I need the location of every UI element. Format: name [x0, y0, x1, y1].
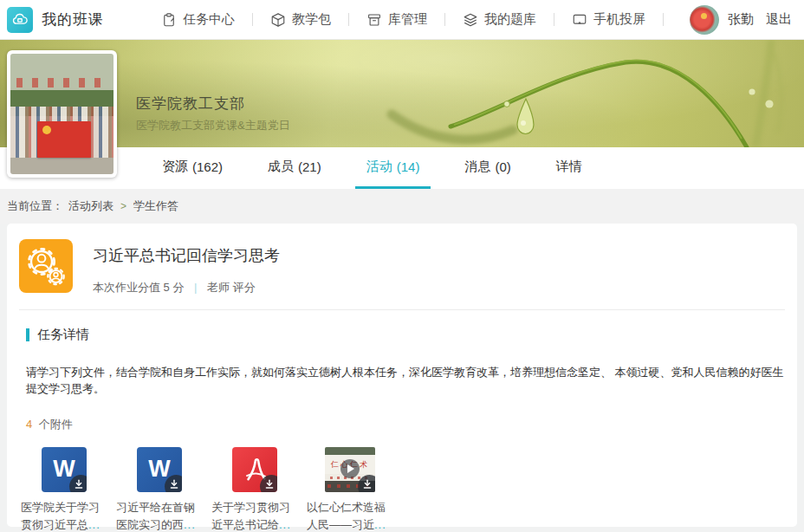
breadcrumb-separator: > — [120, 200, 126, 212]
pdf-file-icon[interactable] — [232, 447, 277, 492]
breadcrumb-prefix: 当前位置： — [7, 198, 63, 214]
assignment-score: 本次作业分值 5 分 — [93, 281, 184, 294]
assignment-meta: 本次作业分值 5 分 | 老师 评分 — [93, 280, 280, 295]
task-detail-section-header: 任务详情 — [19, 327, 785, 343]
attachment-name-line1: 医学院关于学习 — [21, 499, 109, 516]
assignment-title: 习近平总书记回信学习思考 — [93, 245, 280, 266]
attachment-video[interactable]: 仁心仁术 以仁心仁术造福 人民——习近... — [305, 447, 395, 532]
tab-resources[interactable]: 资源 (162) — [151, 147, 234, 189]
nav-teaching-package[interactable]: 教学包 — [267, 11, 334, 28]
user-name: 张勤 — [728, 11, 754, 28]
download-icon[interactable] — [358, 475, 375, 492]
attachment-count: 4 个附件 — [26, 417, 785, 432]
word-file-icon[interactable]: W — [137, 447, 182, 492]
photo-red-banner-text — [16, 78, 107, 88]
attachment-word-2[interactable]: W 习近平给在首钢 医院实习的西... — [114, 447, 204, 532]
nav-separator — [444, 13, 445, 26]
tab-members[interactable]: 成员 (21) — [256, 147, 333, 189]
tab-label: 详情 — [556, 159, 582, 175]
nav-label: 任务中心 — [183, 11, 235, 28]
attachment-word-1[interactable]: W 医学院关于学习 贯彻习近平总... — [19, 447, 109, 532]
nav-task-center[interactable]: 任务中心 — [158, 11, 238, 28]
activity-detail-panel: 习近平总书记回信学习思考 本次作业分值 5 分 | 老师 评分 任务详情 请学习… — [7, 224, 797, 527]
download-icon[interactable] — [69, 475, 87, 492]
top-navigation: 任务中心 教学包 库管理 — [158, 5, 795, 35]
attachment-name-line2: 人民——习近... — [307, 516, 395, 532]
screen-cast-icon — [572, 12, 587, 28]
nav-separator — [348, 13, 349, 26]
nav-separator — [663, 13, 664, 26]
box-icon — [270, 12, 286, 28]
tab-count: (14) — [397, 159, 420, 174]
archive-box-icon — [366, 12, 382, 28]
group-photo-image — [10, 54, 113, 174]
nav-phone-cast[interactable]: 手机投屏 — [568, 11, 649, 28]
word-file-icon[interactable]: W — [42, 447, 87, 492]
tab-label: 资源 — [162, 159, 188, 175]
nav-separator — [554, 13, 554, 26]
photo-party-flag — [37, 121, 91, 158]
attachment-name-line1: 关于学习贯彻习 — [211, 499, 300, 516]
class-cover-photo[interactable] — [7, 50, 117, 178]
tab-label: 消息 — [464, 159, 490, 175]
breadcrumb-current: 学生作答 — [133, 198, 178, 214]
attachment-count-label: 个附件 — [39, 418, 73, 431]
tab-count: (21) — [298, 159, 321, 174]
section-accent-bar — [26, 328, 29, 341]
play-icon[interactable] — [340, 459, 360, 478]
attachment-name-line2: 贯彻习近平总... — [21, 516, 109, 532]
class-tabs: 资源 (162) 成员 (21) 活动 (14) 消息 (0) 详情 — [0, 147, 804, 189]
tab-count: (162) — [192, 159, 223, 174]
video-thumb-trees — [325, 447, 375, 455]
attachment-name-line2: 近平总书记给... — [211, 516, 300, 532]
tab-label: 活动 — [366, 159, 392, 175]
attachment-name-line1: 习近平给在首钢 — [116, 499, 204, 516]
attachment-name-line2: 医院实习的西... — [116, 516, 204, 532]
nav-label: 我的题库 — [484, 11, 536, 28]
attachment-name: 关于学习贯彻习 近平总书记给... — [210, 499, 300, 532]
breadcrumb-activity-list[interactable]: 活动列表 — [68, 198, 113, 214]
attachment-name: 医学院关于学习 贯彻习近平总... — [19, 499, 109, 532]
assignment-info: 习近平总书记回信学习思考 本次作业分值 5 分 | 老师 评分 — [93, 239, 280, 295]
grass-blade-art — [0, 40, 804, 147]
nav-library-management[interactable]: 库管理 — [363, 11, 431, 28]
class-banner: 医学院教工支部 医学院教工支部党课&主题党日 — [0, 40, 804, 147]
assignment-gear-user-icon — [19, 239, 73, 293]
attachment-name: 习近平给在首钢 医院实习的西... — [114, 499, 204, 532]
task-description: 请学习下列文件，结合学院和自身工作实际，就如何落实立德树人根本任务，深化医学教育… — [26, 364, 785, 397]
download-icon[interactable] — [260, 475, 277, 492]
app-logo-cloud-icon[interactable] — [7, 7, 33, 33]
attachment-name: 以仁心仁术造福 人民——习近... — [305, 499, 395, 532]
top-bar: 我的班课 任务中心 教学包 — [0, 0, 804, 40]
page-title: 我的班课 — [42, 10, 104, 29]
download-icon[interactable] — [165, 475, 182, 492]
nav-label: 手机投屏 — [593, 11, 645, 28]
user-avatar[interactable] — [690, 5, 719, 35]
logout-button[interactable]: 退出 — [766, 11, 792, 28]
attachment-pdf[interactable]: 关于学习贯彻习 近平总书记给... — [210, 447, 300, 532]
nav-separator — [252, 13, 253, 26]
tab-messages[interactable]: 消息 (0) — [453, 147, 522, 189]
tab-label: 成员 — [268, 159, 294, 175]
breadcrumb: 当前位置： 活动列表 > 学生作答 — [0, 189, 804, 224]
assignment-grader: 老师 评分 — [207, 281, 256, 294]
attachment-count-number: 4 — [26, 418, 32, 431]
tab-activities[interactable]: 活动 (14) — [355, 147, 431, 189]
assignment-header: 习近平总书记回信学习思考 本次作业分值 5 分 | 老师 评分 — [19, 224, 785, 310]
nav-label: 教学包 — [292, 11, 331, 28]
class-subtitle: 医学院教工支部党课&主题党日 — [136, 118, 290, 133]
nav-my-question-bank[interactable]: 我的题库 — [459, 11, 540, 28]
tab-details[interactable]: 详情 — [545, 147, 593, 189]
clipboard-icon — [161, 12, 177, 28]
class-title: 医学院教工支部 — [136, 94, 245, 114]
video-thumbnail[interactable]: 仁心仁术 — [325, 447, 375, 492]
tab-count: (0) — [495, 159, 510, 174]
layers-icon — [463, 12, 478, 28]
section-title: 任务详情 — [37, 327, 89, 343]
nav-label: 库管理 — [388, 11, 427, 28]
attachment-list: W 医学院关于学习 贯彻习近平总... W — [19, 447, 785, 532]
attachment-name-line1: 以仁心仁术造福 — [307, 499, 395, 516]
meta-divider: | — [194, 281, 197, 294]
